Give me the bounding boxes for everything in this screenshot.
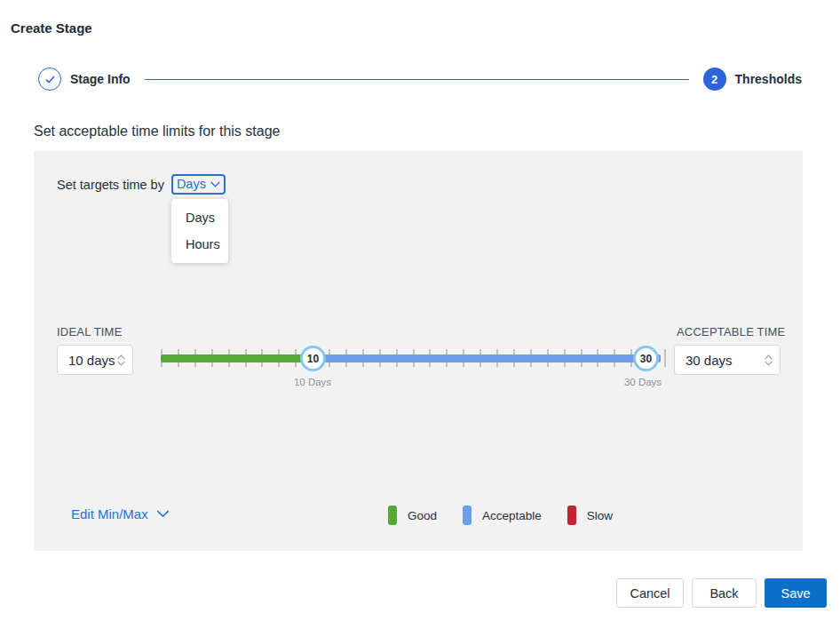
- set-targets-label: Set targets time by: [57, 178, 164, 192]
- slider-min-handle[interactable]: 10: [300, 346, 326, 371]
- slider-max-handle-label: 30 Days: [624, 377, 662, 387]
- step-number-circle: 2: [703, 68, 726, 91]
- legend-acceptable-label: Acceptable: [482, 509, 542, 522]
- time-unit-selected-value: Days: [177, 177, 206, 191]
- chevron-down-icon: [117, 361, 125, 366]
- step-complete-circle: [38, 68, 61, 91]
- time-unit-dropdown-menu: Days Hours: [171, 199, 228, 263]
- ideal-time-label: IDEAL TIME: [57, 325, 123, 338]
- section-heading: Set acceptable time limits for this stag…: [34, 123, 280, 139]
- step-thresholds[interactable]: 2 Thresholds: [703, 68, 802, 91]
- chevron-down-icon: [156, 510, 170, 518]
- ideal-time-input[interactable]: 10 days: [57, 345, 133, 375]
- edit-minmax-link[interactable]: Edit Min/Max: [71, 506, 170, 521]
- slow-swatch: [567, 506, 576, 525]
- acceptable-swatch: [463, 506, 472, 525]
- acceptable-time-input[interactable]: 30 days: [674, 345, 781, 375]
- slider-legend: Good Acceptable Slow: [388, 506, 638, 525]
- acceptable-time-label: ACCEPTABLE TIME: [677, 325, 785, 338]
- chevron-down-icon: [765, 361, 773, 366]
- slider-acceptable-segment: [313, 354, 661, 362]
- time-unit-dropdown[interactable]: Days: [171, 174, 226, 195]
- slider-rail[interactable]: [161, 354, 661, 362]
- chevron-up-icon: [117, 354, 125, 360]
- legend-item-acceptable: Acceptable: [463, 506, 542, 525]
- acceptable-time-value: 30 days: [685, 353, 733, 368]
- save-button[interactable]: Save: [765, 578, 827, 608]
- edit-minmax-label: Edit Min/Max: [71, 506, 148, 521]
- stepper-connector-line: [145, 79, 689, 80]
- legend-slow-label: Slow: [587, 509, 613, 522]
- slider-max-handle[interactable]: 30: [633, 346, 659, 371]
- stepper: Stage Info 2 Thresholds: [38, 68, 802, 91]
- good-swatch: [388, 506, 397, 525]
- check-icon: [44, 74, 56, 85]
- slider-min-handle-label: 10 Days: [294, 377, 331, 387]
- slider-good-segment: [161, 354, 313, 362]
- dropdown-option-days[interactable]: Days: [171, 204, 228, 231]
- legend-good-label: Good: [408, 509, 437, 522]
- legend-item-good: Good: [388, 506, 437, 525]
- time-range-slider: 10 30 10 Days 30 Days: [161, 345, 664, 400]
- cancel-button[interactable]: Cancel: [616, 578, 684, 608]
- ideal-time-value: 10 days: [68, 353, 115, 368]
- chevron-up-icon: [765, 354, 773, 360]
- step-thresholds-label: Thresholds: [735, 72, 802, 86]
- dropdown-option-hours[interactable]: Hours: [171, 231, 228, 258]
- step-stage-info[interactable]: Stage Info: [38, 68, 131, 91]
- back-button[interactable]: Back: [692, 578, 757, 608]
- set-targets-row: Set targets time by Days: [57, 174, 226, 195]
- thresholds-panel: Set targets time by Days Days Hours IDEA…: [34, 151, 803, 551]
- chevron-down-icon: [210, 181, 220, 187]
- step-stage-info-label: Stage Info: [70, 72, 131, 86]
- ideal-time-stepper[interactable]: [117, 354, 125, 366]
- acceptable-time-stepper[interactable]: [765, 354, 773, 366]
- legend-item-slow: Slow: [567, 506, 613, 525]
- page-title: Create Stage: [11, 20, 92, 36]
